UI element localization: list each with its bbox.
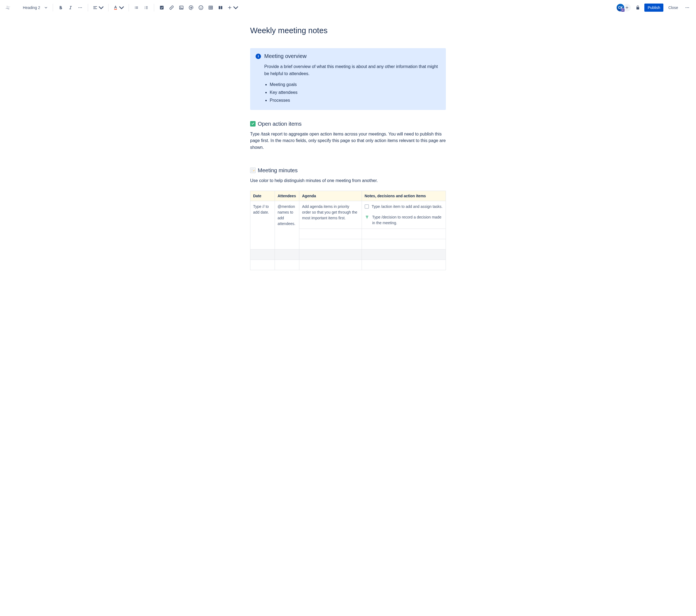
- table-cell[interactable]: [299, 260, 362, 270]
- separator: [88, 4, 88, 12]
- insert-button[interactable]: [226, 3, 239, 12]
- table-row: [250, 249, 446, 260]
- svg-point-1: [80, 7, 80, 8]
- action-item-button[interactable]: [157, 3, 166, 12]
- svg-text:3: 3: [144, 8, 145, 9]
- svg-rect-11: [146, 6, 148, 6]
- chevron-down-icon: [45, 6, 47, 9]
- panel-body[interactable]: Provide a brief overview of what this me…: [264, 63, 440, 77]
- table-cell[interactable]: [250, 260, 275, 270]
- svg-rect-5: [136, 6, 138, 7]
- svg-point-19: [199, 6, 203, 10]
- table-cell[interactable]: @mention names to add attendees.: [275, 201, 299, 249]
- table-cell[interactable]: [250, 249, 275, 260]
- table-cell[interactable]: [275, 249, 299, 260]
- bold-button[interactable]: [56, 3, 65, 12]
- svg-point-26: [687, 7, 688, 8]
- table-cell[interactable]: [362, 229, 446, 239]
- table-cell[interactable]: Type /action item to add and assign task…: [362, 201, 446, 229]
- table-cell[interactable]: [275, 260, 299, 270]
- table-cell[interactable]: Add agenda items in priority order so th…: [299, 201, 362, 229]
- table-row: Type // to add date. @mention names to a…: [250, 201, 446, 229]
- section-heading-open-action[interactable]: Open action items: [250, 121, 446, 127]
- info-icon: i: [256, 53, 261, 59]
- svg-rect-23: [219, 6, 220, 9]
- publish-button[interactable]: Publish: [644, 3, 663, 12]
- table-button[interactable]: [206, 3, 215, 12]
- info-panel[interactable]: i Meeting overview Provide a brief overv…: [250, 48, 446, 110]
- text-color-button[interactable]: [112, 3, 125, 12]
- task-checkbox[interactable]: [365, 204, 369, 209]
- svg-rect-22: [209, 6, 212, 9]
- panel-list[interactable]: Meeting goals Key attendees Processes: [270, 81, 440, 104]
- section-body[interactable]: Type /task report to aggregate open acti…: [250, 131, 446, 151]
- svg-rect-9: [136, 9, 138, 9]
- svg-point-4: [135, 6, 136, 7]
- svg-point-18: [180, 7, 181, 7]
- section-body[interactable]: Use color to help distinguish minutes of…: [250, 178, 446, 184]
- emoji-button[interactable]: [196, 3, 205, 12]
- table-header[interactable]: Notes, decisions and action items: [362, 191, 446, 201]
- svg-rect-24: [221, 6, 222, 9]
- separator: [53, 4, 53, 12]
- memo-icon: [250, 168, 256, 173]
- editor-toolbar: Heading 2 123 CK C: [0, 0, 696, 15]
- svg-rect-16: [160, 6, 163, 9]
- table-cell[interactable]: [299, 229, 362, 239]
- list-item[interactable]: Meeting goals: [270, 81, 440, 89]
- chevron-down-icon: [119, 5, 124, 10]
- svg-point-20: [200, 7, 200, 7]
- table-cell[interactable]: [299, 249, 362, 260]
- user-avatar[interactable]: CK C: [616, 3, 625, 12]
- decision-icon: [365, 215, 369, 219]
- decision-placeholder[interactable]: Type /decision to record a decision made…: [372, 214, 443, 226]
- meeting-minutes-table[interactable]: Date Attendees Agenda Notes, decisions a…: [250, 191, 446, 270]
- table-cell[interactable]: Type // to add date.: [250, 201, 275, 249]
- svg-point-6: [135, 7, 136, 8]
- text-style-select[interactable]: Heading 2: [21, 4, 49, 11]
- align-button[interactable]: [91, 3, 105, 12]
- table-row: [250, 260, 446, 270]
- layouts-button[interactable]: [216, 3, 225, 12]
- table-header[interactable]: Date: [250, 191, 275, 201]
- table-cell[interactable]: [299, 239, 362, 249]
- table-header[interactable]: Agenda: [299, 191, 362, 201]
- restrictions-button[interactable]: [633, 3, 642, 12]
- list-item[interactable]: Key attendees: [270, 89, 440, 96]
- close-button[interactable]: Close: [666, 3, 681, 12]
- more-formatting-button[interactable]: [76, 3, 84, 12]
- more-actions-button[interactable]: [683, 3, 692, 12]
- image-button[interactable]: [177, 3, 186, 12]
- table-cell[interactable]: [362, 260, 446, 270]
- action-placeholder[interactable]: Type /action item to add and assign task…: [371, 204, 443, 210]
- chevron-down-icon: [233, 5, 238, 10]
- page-title[interactable]: Weekly meeting notes: [250, 26, 446, 35]
- svg-point-0: [78, 7, 79, 8]
- bullet-list-button[interactable]: [132, 3, 141, 12]
- numbered-list-button[interactable]: 123: [142, 3, 151, 12]
- list-item[interactable]: Processes: [270, 96, 440, 105]
- table-cell[interactable]: [362, 249, 446, 260]
- separator: [108, 4, 109, 12]
- confluence-logo-icon: [4, 4, 12, 11]
- svg-point-8: [135, 8, 136, 9]
- editor-content[interactable]: Weekly meeting notes i Meeting overview …: [245, 15, 451, 292]
- italic-button[interactable]: [66, 3, 75, 12]
- chevron-down-icon: [98, 5, 104, 10]
- separator: [154, 4, 154, 12]
- svg-rect-3: [114, 9, 117, 10]
- svg-rect-15: [146, 9, 148, 9]
- link-button[interactable]: [167, 3, 176, 12]
- text-style-label: Heading 2: [23, 5, 40, 10]
- svg-point-25: [686, 7, 686, 8]
- svg-point-21: [201, 7, 202, 7]
- avatar-group: CK C: [616, 3, 631, 12]
- panel-title[interactable]: Meeting overview: [264, 53, 307, 59]
- section-heading-meeting-minutes[interactable]: Meeting minutes: [250, 167, 446, 173]
- table-cell[interactable]: [362, 239, 446, 249]
- table-header[interactable]: Attendees: [275, 191, 299, 201]
- svg-point-27: [689, 7, 689, 8]
- check-mark-icon: [250, 121, 256, 126]
- mention-button[interactable]: [187, 3, 195, 12]
- avatar-badge: C: [621, 8, 625, 12]
